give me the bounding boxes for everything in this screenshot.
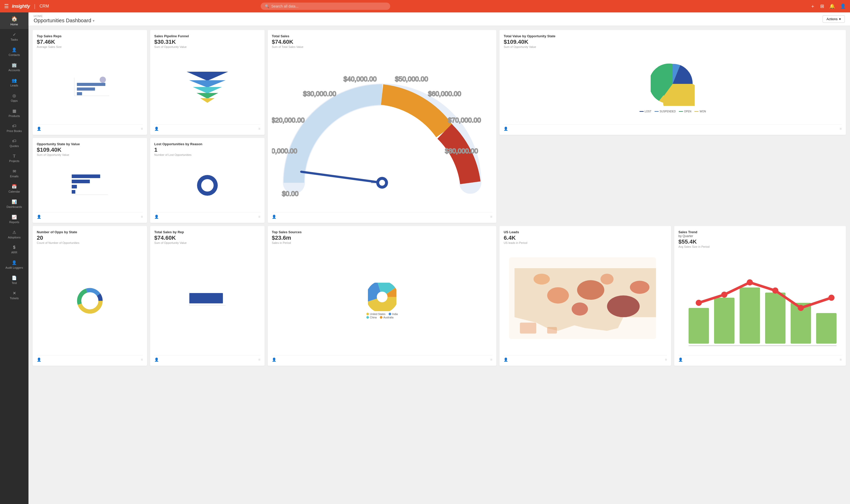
card-value: $7.46K (37, 39, 143, 45)
logo: insightly (12, 4, 30, 9)
svg-rect-3 (77, 88, 95, 91)
projects-icon: T (13, 154, 16, 158)
total-sales-rep-chart (154, 247, 260, 355)
sidebar-label-leads: Leads (10, 84, 18, 87)
person-icon: 👤 (37, 215, 41, 219)
sidebar-item-test[interactable]: 📄 Test (0, 272, 29, 288)
sidebar-item-tasks[interactable]: ✓ Tasks (0, 29, 29, 44)
card-subtitle: Sum of Opportunity Value (154, 241, 260, 245)
card-title: Number of Opps by State (37, 230, 143, 234)
svg-rect-19 (72, 175, 100, 178)
svg-rect-2 (77, 83, 105, 86)
sidebar-item-home[interactable]: 🏠 Home (0, 13, 29, 29)
pie-state-chart: LOST SUSPENDED OPEN WON (504, 51, 842, 124)
arr-icon: $ (13, 245, 16, 250)
opp-state-bar-chart (37, 158, 143, 212)
card-num-opps-state: Number of Opps by State 20 Count of Numb… (33, 226, 147, 366)
dropdown-arrow-icon[interactable]: ▾ (93, 19, 94, 23)
card-top-sales-reps: Top Sales Reps $7.46K Average Sales Size (33, 30, 147, 135)
dashboard-grid: Top Sales Reps $7.46K Average Sales Size (29, 26, 850, 370)
svg-point-5 (100, 77, 106, 83)
user-icon[interactable]: 👤 (840, 3, 846, 9)
sidebar-item-audit[interactable]: 👤 Audit Loggers (0, 257, 29, 272)
sidebar-item-pricebooks[interactable]: 🏷 Price Books (0, 121, 29, 136)
sidebar-item-projects[interactable]: T Projects (0, 151, 29, 166)
card-subtitle: Sales in Period (272, 241, 492, 245)
svg-text:$70,000.00: $70,000.00 (448, 116, 481, 124)
bell-icon[interactable]: 🔔 (829, 3, 835, 9)
person-icon: 👤 (154, 127, 159, 131)
content-header: HOME Opportunities Dashboard ▾ Actions ▾ (29, 13, 850, 26)
svg-text:$50,000.00: $50,000.00 (395, 75, 428, 83)
dashboards-icon: 📊 (12, 199, 17, 204)
contacts-icon: 👤 (12, 47, 17, 52)
card-subtitle: Sum of Opportunity Value (37, 153, 143, 156)
card-title: Top Sales Sources (272, 230, 492, 234)
card-value: 20 (37, 235, 143, 241)
svg-point-43 (533, 274, 550, 285)
table-icon: ≡ (258, 215, 260, 219)
hamburger-icon[interactable]: ☰ (4, 3, 9, 9)
person-icon: 👤 (154, 358, 159, 362)
sidebar-item-adoptions[interactable]: ⚠ Adoptions (0, 227, 29, 242)
card-subtitle: Sum of Opportunity Value (504, 45, 842, 49)
person-icon: 👤 (272, 215, 276, 219)
sidebar-item-accounts[interactable]: 🏢 Accounts (0, 59, 29, 75)
sidebar-item-contacts[interactable]: 👤 Contacts (0, 44, 29, 59)
card-title: Lost Opportunities by Reason (154, 142, 260, 146)
sidebar-item-reports[interactable]: 📈 Reports (0, 212, 29, 227)
audit-icon: 👤 (12, 260, 17, 265)
person-icon: 👤 (154, 215, 159, 219)
svg-point-45 (601, 274, 614, 285)
sidebar-label-dashboards: Dashboards (6, 205, 22, 209)
sidebar-item-arr[interactable]: $ ARR (0, 242, 29, 257)
sidebar-item-calendar[interactable]: 📅 Calendar (0, 181, 29, 196)
us-map-chart (504, 247, 667, 355)
card-subtitle: Average Sales Size (37, 45, 143, 49)
search-input[interactable] (271, 4, 386, 8)
sidebar-item-dashboards[interactable]: 📊 Dashboards (0, 196, 29, 212)
card-value: $74.60K (154, 235, 260, 241)
content-area: HOME Opportunities Dashboard ▾ Actions ▾… (29, 13, 850, 504)
num-opps-donut-chart (37, 247, 143, 355)
sidebar-label-quotes: Quotes (10, 144, 19, 147)
card-subtitle: Sum of Opportunity Value (154, 45, 260, 49)
card-title: Total Value by Opportunity State (504, 34, 842, 38)
card-footer: 👤 ≡ (272, 212, 492, 219)
card-footer: 👤 ≡ (504, 124, 842, 131)
opps-icon: ◎ (13, 93, 16, 98)
person-icon: 👤 (679, 358, 683, 362)
table-icon: ≡ (141, 358, 143, 362)
card-title: Total Sales by Rep (154, 230, 260, 234)
svg-rect-31 (189, 293, 223, 303)
person-icon: 👤 (37, 127, 41, 131)
grid-icon[interactable]: ⊞ (820, 3, 824, 9)
card-subtitle: US leads in Period (504, 241, 667, 245)
sidebar-item-emails[interactable]: ✉ Emails (0, 166, 29, 181)
table-icon: ≡ (665, 358, 667, 362)
app-name: CRM (40, 4, 49, 8)
legend-item-lost: LOST (639, 110, 651, 113)
card-subtitle: Number of Lost Opportunities (154, 153, 260, 156)
sidebar-label-tasks: Tasks (11, 38, 18, 41)
card-title: Sales Pipeline Funnel (154, 34, 260, 38)
card-lost-opps: Lost Opportunities by Reason 1 Number of… (150, 138, 265, 223)
card-footer: 👤 ≡ (679, 355, 842, 362)
breadcrumb: HOME (34, 15, 94, 18)
adoptions-icon: ⚠ (13, 230, 16, 235)
sidebar-item-opps[interactable]: ◎ Opps (0, 90, 29, 105)
svg-rect-49 (714, 298, 735, 343)
legend-india: India (388, 313, 398, 316)
add-icon[interactable]: ＋ (810, 3, 815, 9)
reports-icon: 📈 (12, 215, 17, 219)
actions-button[interactable]: Actions ▾ (822, 15, 845, 23)
svg-point-56 (747, 279, 753, 286)
person-icon: 👤 (504, 127, 508, 131)
table-icon: ≡ (490, 358, 492, 362)
sidebar-item-leads[interactable]: 👥 Leads (0, 75, 29, 90)
search-bar[interactable]: 🔍 (261, 3, 390, 10)
card-top-sales-sources: Top Sales Sources $23.6m Sales in Period… (268, 226, 496, 366)
sidebar-item-quotes[interactable]: 🏷 Quotes (0, 136, 29, 151)
sidebar-item-products[interactable]: ▦ Products (0, 105, 29, 121)
sidebar-item-tickets[interactable]: ✕ Tickets (0, 288, 29, 303)
